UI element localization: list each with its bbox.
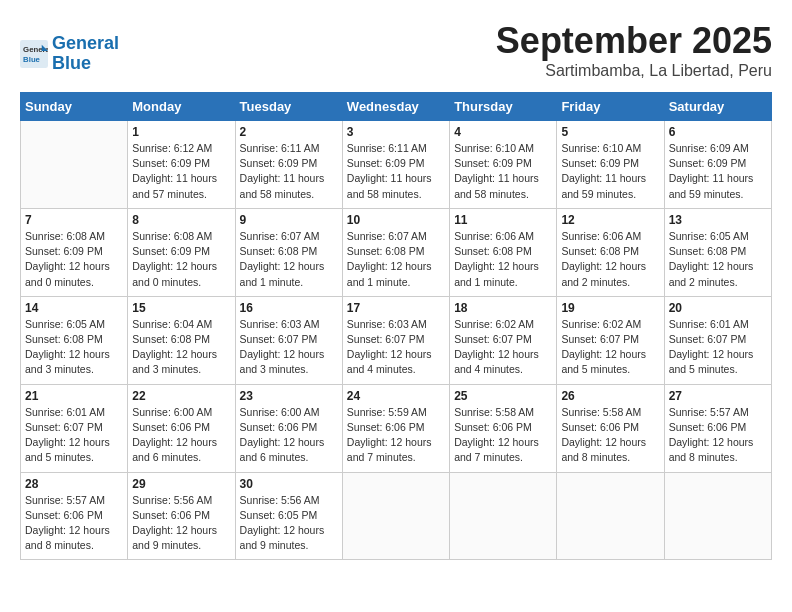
day-number: 1 bbox=[132, 125, 230, 139]
calendar-cell bbox=[342, 472, 449, 560]
calendar-cell: 3Sunrise: 6:11 AM Sunset: 6:09 PM Daylig… bbox=[342, 121, 449, 209]
title-section: September 2025 Sartimbamba, La Libertad,… bbox=[496, 20, 772, 80]
calendar-cell: 17Sunrise: 6:03 AM Sunset: 6:07 PM Dayli… bbox=[342, 296, 449, 384]
calendar-subtitle: Sartimbamba, La Libertad, Peru bbox=[496, 62, 772, 80]
calendar-cell: 9Sunrise: 6:07 AM Sunset: 6:08 PM Daylig… bbox=[235, 208, 342, 296]
day-number: 13 bbox=[669, 213, 767, 227]
day-info: Sunrise: 6:00 AM Sunset: 6:06 PM Dayligh… bbox=[240, 405, 338, 466]
calendar-cell: 16Sunrise: 6:03 AM Sunset: 6:07 PM Dayli… bbox=[235, 296, 342, 384]
day-number: 21 bbox=[25, 389, 123, 403]
calendar-cell: 18Sunrise: 6:02 AM Sunset: 6:07 PM Dayli… bbox=[450, 296, 557, 384]
calendar-cell: 11Sunrise: 6:06 AM Sunset: 6:08 PM Dayli… bbox=[450, 208, 557, 296]
weekday-header-saturday: Saturday bbox=[664, 93, 771, 121]
calendar-cell: 1Sunrise: 6:12 AM Sunset: 6:09 PM Daylig… bbox=[128, 121, 235, 209]
day-info: Sunrise: 5:57 AM Sunset: 6:06 PM Dayligh… bbox=[669, 405, 767, 466]
calendar-cell: 27Sunrise: 5:57 AM Sunset: 6:06 PM Dayli… bbox=[664, 384, 771, 472]
day-number: 12 bbox=[561, 213, 659, 227]
day-info: Sunrise: 6:06 AM Sunset: 6:08 PM Dayligh… bbox=[561, 229, 659, 290]
day-info: Sunrise: 6:00 AM Sunset: 6:06 PM Dayligh… bbox=[132, 405, 230, 466]
day-info: Sunrise: 6:11 AM Sunset: 6:09 PM Dayligh… bbox=[240, 141, 338, 202]
day-info: Sunrise: 6:02 AM Sunset: 6:07 PM Dayligh… bbox=[561, 317, 659, 378]
calendar-cell: 2Sunrise: 6:11 AM Sunset: 6:09 PM Daylig… bbox=[235, 121, 342, 209]
day-info: Sunrise: 6:04 AM Sunset: 6:08 PM Dayligh… bbox=[132, 317, 230, 378]
day-info: Sunrise: 5:59 AM Sunset: 6:06 PM Dayligh… bbox=[347, 405, 445, 466]
day-number: 3 bbox=[347, 125, 445, 139]
day-info: Sunrise: 6:09 AM Sunset: 6:09 PM Dayligh… bbox=[669, 141, 767, 202]
day-number: 7 bbox=[25, 213, 123, 227]
day-number: 2 bbox=[240, 125, 338, 139]
day-info: Sunrise: 6:07 AM Sunset: 6:08 PM Dayligh… bbox=[240, 229, 338, 290]
calendar-cell: 28Sunrise: 5:57 AM Sunset: 6:06 PM Dayli… bbox=[21, 472, 128, 560]
day-number: 19 bbox=[561, 301, 659, 315]
calendar-cell: 22Sunrise: 6:00 AM Sunset: 6:06 PM Dayli… bbox=[128, 384, 235, 472]
logo-text: General Blue bbox=[52, 34, 119, 74]
calendar-cell: 24Sunrise: 5:59 AM Sunset: 6:06 PM Dayli… bbox=[342, 384, 449, 472]
day-info: Sunrise: 6:05 AM Sunset: 6:08 PM Dayligh… bbox=[25, 317, 123, 378]
calendar-table: SundayMondayTuesdayWednesdayThursdayFrid… bbox=[20, 92, 772, 560]
day-info: Sunrise: 6:01 AM Sunset: 6:07 PM Dayligh… bbox=[669, 317, 767, 378]
day-number: 9 bbox=[240, 213, 338, 227]
day-number: 28 bbox=[25, 477, 123, 491]
calendar-cell: 8Sunrise: 6:08 AM Sunset: 6:09 PM Daylig… bbox=[128, 208, 235, 296]
calendar-cell: 7Sunrise: 6:08 AM Sunset: 6:09 PM Daylig… bbox=[21, 208, 128, 296]
weekday-header-thursday: Thursday bbox=[450, 93, 557, 121]
day-number: 24 bbox=[347, 389, 445, 403]
week-row-2: 7Sunrise: 6:08 AM Sunset: 6:09 PM Daylig… bbox=[21, 208, 772, 296]
day-number: 17 bbox=[347, 301, 445, 315]
logo-general: General bbox=[52, 33, 119, 53]
general-blue-logo-icon: General Blue bbox=[20, 40, 48, 68]
weekday-header-wednesday: Wednesday bbox=[342, 93, 449, 121]
day-number: 30 bbox=[240, 477, 338, 491]
day-number: 6 bbox=[669, 125, 767, 139]
calendar-cell bbox=[21, 121, 128, 209]
svg-text:Blue: Blue bbox=[23, 55, 41, 64]
week-row-4: 21Sunrise: 6:01 AM Sunset: 6:07 PM Dayli… bbox=[21, 384, 772, 472]
day-info: Sunrise: 6:06 AM Sunset: 6:08 PM Dayligh… bbox=[454, 229, 552, 290]
logo-blue: Blue bbox=[52, 53, 91, 73]
weekday-header-sunday: Sunday bbox=[21, 93, 128, 121]
calendar-title: September 2025 bbox=[496, 20, 772, 62]
weekday-header-monday: Monday bbox=[128, 93, 235, 121]
day-info: Sunrise: 6:10 AM Sunset: 6:09 PM Dayligh… bbox=[561, 141, 659, 202]
day-number: 26 bbox=[561, 389, 659, 403]
calendar-cell bbox=[450, 472, 557, 560]
day-number: 25 bbox=[454, 389, 552, 403]
day-number: 15 bbox=[132, 301, 230, 315]
day-number: 29 bbox=[132, 477, 230, 491]
day-info: Sunrise: 5:58 AM Sunset: 6:06 PM Dayligh… bbox=[561, 405, 659, 466]
weekday-header-tuesday: Tuesday bbox=[235, 93, 342, 121]
day-number: 20 bbox=[669, 301, 767, 315]
calendar-cell: 6Sunrise: 6:09 AM Sunset: 6:09 PM Daylig… bbox=[664, 121, 771, 209]
calendar-cell bbox=[664, 472, 771, 560]
weekday-header-row: SundayMondayTuesdayWednesdayThursdayFrid… bbox=[21, 93, 772, 121]
calendar-cell: 14Sunrise: 6:05 AM Sunset: 6:08 PM Dayli… bbox=[21, 296, 128, 384]
calendar-cell: 15Sunrise: 6:04 AM Sunset: 6:08 PM Dayli… bbox=[128, 296, 235, 384]
day-number: 16 bbox=[240, 301, 338, 315]
day-info: Sunrise: 6:12 AM Sunset: 6:09 PM Dayligh… bbox=[132, 141, 230, 202]
day-info: Sunrise: 6:03 AM Sunset: 6:07 PM Dayligh… bbox=[240, 317, 338, 378]
day-info: Sunrise: 6:10 AM Sunset: 6:09 PM Dayligh… bbox=[454, 141, 552, 202]
calendar-cell: 25Sunrise: 5:58 AM Sunset: 6:06 PM Dayli… bbox=[450, 384, 557, 472]
day-number: 14 bbox=[25, 301, 123, 315]
calendar-cell: 29Sunrise: 5:56 AM Sunset: 6:06 PM Dayli… bbox=[128, 472, 235, 560]
calendar-cell: 26Sunrise: 5:58 AM Sunset: 6:06 PM Dayli… bbox=[557, 384, 664, 472]
calendar-cell: 5Sunrise: 6:10 AM Sunset: 6:09 PM Daylig… bbox=[557, 121, 664, 209]
calendar-cell: 13Sunrise: 6:05 AM Sunset: 6:08 PM Dayli… bbox=[664, 208, 771, 296]
day-info: Sunrise: 6:02 AM Sunset: 6:07 PM Dayligh… bbox=[454, 317, 552, 378]
day-number: 4 bbox=[454, 125, 552, 139]
calendar-cell: 23Sunrise: 6:00 AM Sunset: 6:06 PM Dayli… bbox=[235, 384, 342, 472]
day-number: 5 bbox=[561, 125, 659, 139]
day-info: Sunrise: 5:58 AM Sunset: 6:06 PM Dayligh… bbox=[454, 405, 552, 466]
day-info: Sunrise: 6:05 AM Sunset: 6:08 PM Dayligh… bbox=[669, 229, 767, 290]
day-info: Sunrise: 5:57 AM Sunset: 6:06 PM Dayligh… bbox=[25, 493, 123, 554]
day-info: Sunrise: 6:11 AM Sunset: 6:09 PM Dayligh… bbox=[347, 141, 445, 202]
week-row-5: 28Sunrise: 5:57 AM Sunset: 6:06 PM Dayli… bbox=[21, 472, 772, 560]
calendar-cell: 12Sunrise: 6:06 AM Sunset: 6:08 PM Dayli… bbox=[557, 208, 664, 296]
calendar-cell: 19Sunrise: 6:02 AM Sunset: 6:07 PM Dayli… bbox=[557, 296, 664, 384]
calendar-cell: 20Sunrise: 6:01 AM Sunset: 6:07 PM Dayli… bbox=[664, 296, 771, 384]
day-info: Sunrise: 6:08 AM Sunset: 6:09 PM Dayligh… bbox=[132, 229, 230, 290]
day-info: Sunrise: 6:03 AM Sunset: 6:07 PM Dayligh… bbox=[347, 317, 445, 378]
day-number: 10 bbox=[347, 213, 445, 227]
calendar-cell: 4Sunrise: 6:10 AM Sunset: 6:09 PM Daylig… bbox=[450, 121, 557, 209]
day-number: 18 bbox=[454, 301, 552, 315]
